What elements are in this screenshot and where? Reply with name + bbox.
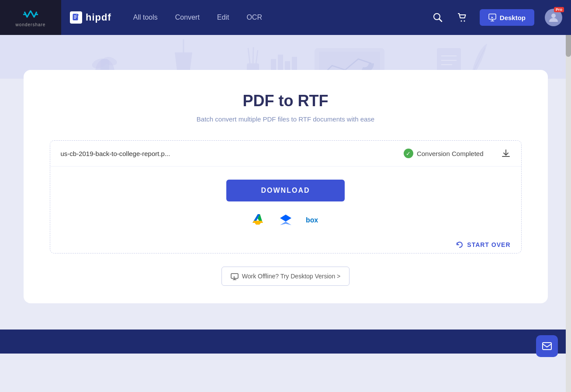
user-icon [547, 11, 560, 24]
cart-btn[interactable] [455, 10, 469, 24]
svg-line-19 [256, 50, 258, 63]
google-drive-icon [250, 212, 265, 227]
start-over-label: START OVER [467, 241, 510, 248]
nav-all-tools[interactable]: All tools [133, 14, 158, 21]
svg-line-17 [248, 48, 250, 63]
floating-email-btn[interactable] [536, 335, 558, 357]
search-icon [433, 13, 443, 22]
wondershare-icon [23, 8, 38, 21]
conversion-status: ✓ Conversion Completed [404, 149, 484, 158]
svg-line-3 [439, 19, 442, 22]
start-over-button[interactable]: START OVER [456, 241, 510, 249]
cart-icon [457, 13, 467, 22]
nav-actions: Desktop Pro [431, 9, 562, 26]
nav-links: All tools Convert Edit OCR [133, 14, 262, 21]
hipdf-name: hipdf [86, 12, 111, 23]
card: PDF to RTF Batch convert multiple PDF fi… [24, 70, 548, 303]
navbar: wondershare hipdf All tools Convert Edit… [0, 0, 571, 35]
svg-marker-37 [280, 222, 291, 225]
search-btn[interactable] [431, 10, 445, 24]
pro-badge: Pro [554, 7, 564, 12]
wondershare-brand: wondershare [0, 0, 61, 35]
svg-marker-34 [280, 215, 291, 222]
svg-line-18 [253, 47, 253, 63]
hipdf-icon [70, 11, 82, 24]
svg-rect-39 [231, 274, 238, 278]
hipdf-svg-icon [72, 13, 80, 22]
refresh-icon [456, 241, 464, 249]
svg-marker-14 [175, 52, 192, 70]
nav-ocr[interactable]: OCR [246, 14, 262, 21]
svg-point-4 [460, 21, 462, 22]
wondershare-text: wondershare [16, 22, 46, 27]
dropbox-icon [278, 212, 293, 227]
file-download-btn[interactable] [501, 149, 511, 158]
download-button[interactable]: DOWNLOAD [226, 180, 345, 201]
page-subtitle: Batch convert multiple PDF files to RTF … [50, 115, 522, 123]
footer-bar [0, 330, 571, 354]
nav-convert[interactable]: Convert [175, 14, 200, 21]
file-area: us-cb-2019-back-to-college-report.p... ✓… [50, 140, 522, 253]
offline-banner-text: Work Offline? Try Desktop Version > [242, 273, 341, 280]
offline-icon [231, 272, 239, 280]
download-icon [501, 149, 511, 158]
file-row: us-cb-2019-back-to-college-report.p... ✓… [50, 141, 521, 167]
box-icon: box [306, 214, 322, 226]
box-btn[interactable]: box [306, 212, 322, 228]
start-over-row: START OVER [50, 236, 521, 253]
download-section: DOWNLOAD [50, 167, 521, 236]
desktop-button[interactable]: Desktop [480, 9, 534, 26]
desktop-icon [488, 14, 496, 21]
email-icon [542, 341, 552, 351]
svg-rect-42 [543, 343, 551, 350]
cloud-icons: box [250, 212, 322, 228]
status-text: Conversion Completed [417, 150, 484, 157]
svg-rect-21 [278, 55, 283, 72]
nav-edit[interactable]: Edit [217, 14, 229, 21]
check-icon: ✓ [404, 149, 413, 158]
page-title: PDF to RTF [50, 92, 522, 110]
user-avatar[interactable]: Pro [545, 9, 562, 26]
svg-rect-6 [489, 14, 496, 19]
svg-point-9 [551, 14, 556, 18]
desktop-btn-label: Desktop [500, 14, 526, 21]
offline-banner[interactable]: Work Offline? Try Desktop Version > [221, 267, 350, 286]
hipdf-logo[interactable]: hipdf [70, 11, 111, 24]
dropbox-btn[interactable] [278, 212, 294, 228]
scrollbar[interactable] [566, 0, 571, 392]
main-content: PDF to RTF Batch convert multiple PDF fi… [0, 79, 571, 330]
svg-text:box: box [306, 216, 318, 224]
google-drive-btn[interactable] [250, 212, 266, 228]
file-name: us-cb-2019-back-to-college-report.p... [61, 150, 404, 157]
svg-point-5 [464, 21, 465, 22]
